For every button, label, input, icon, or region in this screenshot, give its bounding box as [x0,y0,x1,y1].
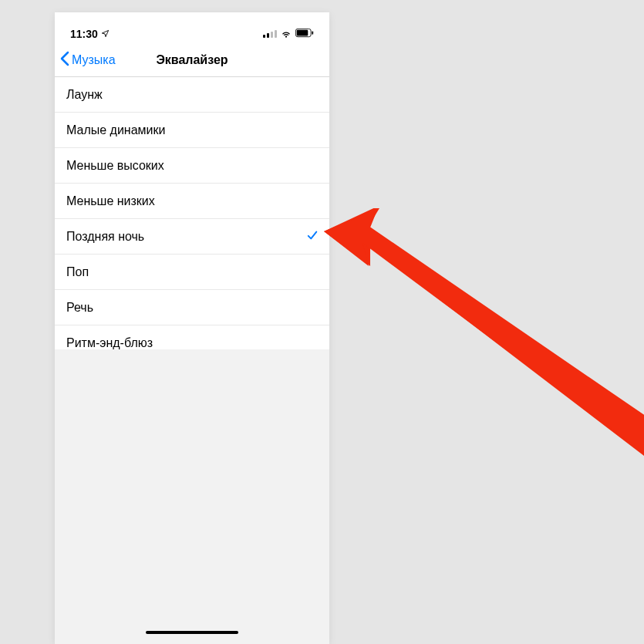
status-left: 11:30 [70,28,110,40]
location-icon [101,28,110,40]
svg-rect-2 [312,31,313,34]
checkmark-icon [307,230,318,244]
list-item[interactable]: Меньше низких [55,184,329,219]
home-indicator[interactable] [146,631,238,634]
cellular-icon [263,30,277,38]
svg-rect-1 [297,30,309,36]
list-item[interactable]: Малые динамики [55,113,329,148]
svg-marker-4 [324,208,644,467]
wifi-icon [281,28,292,40]
list-item[interactable]: Ритм-энд-блюз [55,325,329,349]
list-item-label: Меньше низких [66,194,155,208]
status-right [263,28,314,40]
back-button[interactable]: Музыка [59,51,116,69]
nav-bar: Музыка Эквалайзер [55,43,329,77]
back-label: Музыка [72,53,116,67]
list-item-label: Речь [66,301,93,315]
list-item-label: Ритм-энд-блюз [66,336,153,349]
spacer [55,349,329,622]
battery-icon [295,28,314,40]
list-item-label: Поп [66,265,89,279]
list-item[interactable]: Поздняя ночь [55,219,329,255]
status-time: 11:30 [70,28,98,40]
phone-frame: 11:30 [55,12,329,644]
list-item[interactable]: Лаунж [55,77,329,113]
list-item[interactable]: Речь [55,290,329,325]
list-item-label: Меньше высоких [66,159,164,173]
list-item-label: Лаунж [66,88,103,102]
annotation-arrow-icon [324,208,644,474]
list-item[interactable]: Поп [55,255,329,290]
list-item-label: Малые динамики [66,123,165,137]
chevron-left-icon [59,51,70,69]
svg-marker-3 [324,208,644,470]
list-item-label: Поздняя ночь [66,230,144,244]
status-bar: 11:30 [55,12,329,43]
eq-preset-list[interactable]: ЛаунжМалые динамикиМеньше высокихМеньше … [55,77,329,349]
home-indicator-area [55,621,329,644]
list-item[interactable]: Меньше высоких [55,148,329,184]
